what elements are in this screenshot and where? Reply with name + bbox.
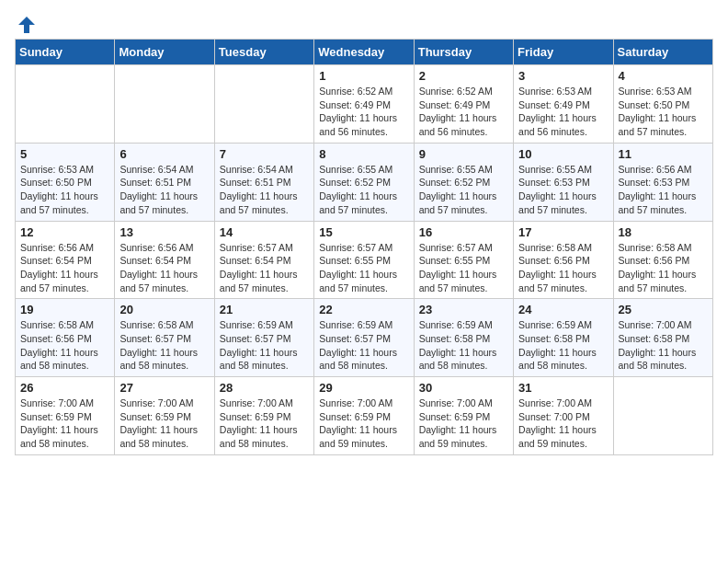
calendar-day-cell: 1Sunrise: 6:52 AMSunset: 6:49 PMDaylight… (314, 65, 414, 144)
day-info: Sunrise: 6:55 AMSunset: 6:52 PMDaylight:… (419, 163, 508, 217)
calendar-week-row: 5Sunrise: 6:53 AMSunset: 6:50 PMDaylight… (16, 143, 713, 221)
day-number: 19 (20, 303, 109, 316)
calendar-day-cell (613, 377, 712, 455)
day-number: 30 (419, 381, 508, 395)
day-of-week-header: Monday (115, 40, 214, 65)
logo (15, 15, 39, 31)
day-number: 2 (419, 69, 508, 83)
day-info: Sunrise: 6:59 AMSunset: 6:57 PMDaylight:… (220, 318, 309, 373)
day-info: Sunrise: 6:53 AMSunset: 6:49 PMDaylight:… (518, 85, 608, 139)
day-number: 15 (319, 225, 408, 239)
day-info: Sunrise: 7:00 AMSunset: 7:00 PMDaylight:… (518, 396, 608, 451)
calendar-day-cell: 6Sunrise: 6:54 AMSunset: 6:51 PMDaylight… (115, 143, 214, 221)
calendar-day-cell: 25Sunrise: 7:00 AMSunset: 6:58 PMDayligh… (613, 299, 712, 377)
calendar-day-cell: 28Sunrise: 7:00 AMSunset: 6:59 PMDayligh… (214, 377, 313, 455)
day-info: Sunrise: 6:53 AMSunset: 6:50 PMDaylight:… (20, 163, 109, 217)
calendar-day-cell: 9Sunrise: 6:55 AMSunset: 6:52 PMDaylight… (414, 143, 513, 221)
day-number: 20 (119, 303, 209, 316)
calendar-day-cell: 22Sunrise: 6:59 AMSunset: 6:57 PMDayligh… (314, 299, 414, 377)
logo-icon (17, 15, 37, 35)
calendar-day-cell: 26Sunrise: 7:00 AMSunset: 6:59 PMDayligh… (16, 377, 115, 455)
day-number: 13 (119, 225, 209, 239)
day-number: 22 (319, 303, 408, 316)
day-info: Sunrise: 6:56 AMSunset: 6:54 PMDaylight:… (20, 241, 109, 295)
calendar-day-cell: 16Sunrise: 6:57 AMSunset: 6:55 PMDayligh… (414, 221, 513, 299)
calendar-week-row: 19Sunrise: 6:58 AMSunset: 6:56 PMDayligh… (16, 299, 713, 377)
day-number: 27 (119, 381, 209, 395)
day-info: Sunrise: 7:00 AMSunset: 6:59 PMDaylight:… (319, 396, 408, 451)
calendar-day-cell: 11Sunrise: 6:56 AMSunset: 6:53 PMDayligh… (613, 143, 712, 221)
day-info: Sunrise: 6:59 AMSunset: 6:58 PMDaylight:… (419, 318, 508, 373)
day-number: 10 (518, 147, 608, 161)
day-info: Sunrise: 7:00 AMSunset: 6:59 PMDaylight:… (220, 396, 309, 451)
calendar-day-cell: 23Sunrise: 6:59 AMSunset: 6:58 PMDayligh… (414, 299, 513, 377)
day-number: 24 (518, 303, 608, 316)
day-number: 21 (220, 303, 309, 316)
day-number: 5 (20, 147, 109, 161)
day-number: 31 (518, 381, 608, 395)
day-number: 7 (220, 147, 309, 161)
calendar-day-cell: 20Sunrise: 6:58 AMSunset: 6:57 PMDayligh… (115, 299, 214, 377)
day-info: Sunrise: 6:58 AMSunset: 6:56 PMDaylight:… (619, 241, 708, 295)
calendar-day-cell: 13Sunrise: 6:56 AMSunset: 6:54 PMDayligh… (115, 221, 214, 299)
day-number: 8 (319, 147, 408, 161)
calendar-day-cell: 3Sunrise: 6:53 AMSunset: 6:49 PMDaylight… (514, 65, 613, 144)
calendar-day-cell: 12Sunrise: 6:56 AMSunset: 6:54 PMDayligh… (16, 221, 115, 299)
day-number: 4 (619, 69, 708, 83)
day-of-week-header: Tuesday (214, 40, 313, 65)
calendar-header-row: SundayMondayTuesdayWednesdayThursdayFrid… (16, 40, 713, 65)
calendar-day-cell: 10Sunrise: 6:55 AMSunset: 6:53 PMDayligh… (514, 143, 613, 221)
calendar-week-row: 1Sunrise: 6:52 AMSunset: 6:49 PMDaylight… (16, 65, 713, 144)
day-info: Sunrise: 6:52 AMSunset: 6:49 PMDaylight:… (319, 85, 408, 139)
day-number: 14 (220, 225, 309, 239)
day-number: 16 (419, 225, 508, 239)
calendar-day-cell (16, 65, 115, 144)
day-number: 17 (518, 225, 608, 239)
calendar-day-cell: 18Sunrise: 6:58 AMSunset: 6:56 PMDayligh… (613, 221, 712, 299)
day-info: Sunrise: 6:59 AMSunset: 6:58 PMDaylight:… (518, 318, 608, 373)
calendar-day-cell: 21Sunrise: 6:59 AMSunset: 6:57 PMDayligh… (214, 299, 313, 377)
calendar-day-cell: 2Sunrise: 6:52 AMSunset: 6:49 PMDaylight… (414, 65, 513, 144)
calendar-day-cell: 5Sunrise: 6:53 AMSunset: 6:50 PMDaylight… (16, 143, 115, 221)
calendar-day-cell (214, 65, 313, 144)
day-info: Sunrise: 6:58 AMSunset: 6:56 PMDaylight:… (518, 241, 608, 295)
day-info: Sunrise: 6:56 AMSunset: 6:53 PMDaylight:… (619, 163, 708, 217)
calendar-day-cell: 8Sunrise: 6:55 AMSunset: 6:52 PMDaylight… (314, 143, 414, 221)
header (15, 15, 713, 31)
day-number: 25 (619, 303, 708, 316)
day-info: Sunrise: 6:54 AMSunset: 6:51 PMDaylight:… (119, 163, 209, 217)
day-info: Sunrise: 6:59 AMSunset: 6:57 PMDaylight:… (319, 318, 408, 373)
day-of-week-header: Friday (514, 40, 613, 65)
day-number: 3 (518, 69, 608, 83)
calendar-day-cell: 24Sunrise: 6:59 AMSunset: 6:58 PMDayligh… (514, 299, 613, 377)
calendar-day-cell: 4Sunrise: 6:53 AMSunset: 6:50 PMDaylight… (613, 65, 712, 144)
day-number: 23 (419, 303, 508, 316)
logo-text (15, 15, 39, 35)
day-info: Sunrise: 6:57 AMSunset: 6:55 PMDaylight:… (419, 241, 508, 295)
day-of-week-header: Sunday (16, 40, 115, 65)
calendar-day-cell: 27Sunrise: 7:00 AMSunset: 6:59 PMDayligh… (115, 377, 214, 455)
day-of-week-header: Saturday (613, 40, 712, 65)
day-number: 28 (220, 381, 309, 395)
day-of-week-header: Thursday (414, 40, 513, 65)
day-info: Sunrise: 6:58 AMSunset: 6:57 PMDaylight:… (119, 318, 209, 373)
day-number: 11 (619, 147, 708, 161)
day-info: Sunrise: 6:56 AMSunset: 6:54 PMDaylight:… (119, 241, 209, 295)
day-info: Sunrise: 6:54 AMSunset: 6:51 PMDaylight:… (220, 163, 309, 217)
calendar-day-cell (115, 65, 214, 144)
day-info: Sunrise: 6:57 AMSunset: 6:54 PMDaylight:… (220, 241, 309, 295)
day-of-week-header: Wednesday (314, 40, 414, 65)
calendar-day-cell: 17Sunrise: 6:58 AMSunset: 6:56 PMDayligh… (514, 221, 613, 299)
calendar-week-row: 12Sunrise: 6:56 AMSunset: 6:54 PMDayligh… (16, 221, 713, 299)
day-number: 1 (319, 69, 408, 83)
day-number: 18 (619, 225, 708, 239)
day-info: Sunrise: 6:57 AMSunset: 6:55 PMDaylight:… (319, 241, 408, 295)
day-info: Sunrise: 6:52 AMSunset: 6:49 PMDaylight:… (419, 85, 508, 139)
day-number: 29 (319, 381, 408, 395)
day-number: 6 (119, 147, 209, 161)
day-number: 12 (20, 225, 109, 239)
calendar-table: SundayMondayTuesdayWednesdayThursdayFrid… (15, 39, 713, 455)
day-number: 26 (20, 381, 109, 395)
calendar-day-cell: 30Sunrise: 7:00 AMSunset: 6:59 PMDayligh… (414, 377, 513, 455)
calendar-week-row: 26Sunrise: 7:00 AMSunset: 6:59 PMDayligh… (16, 377, 713, 455)
